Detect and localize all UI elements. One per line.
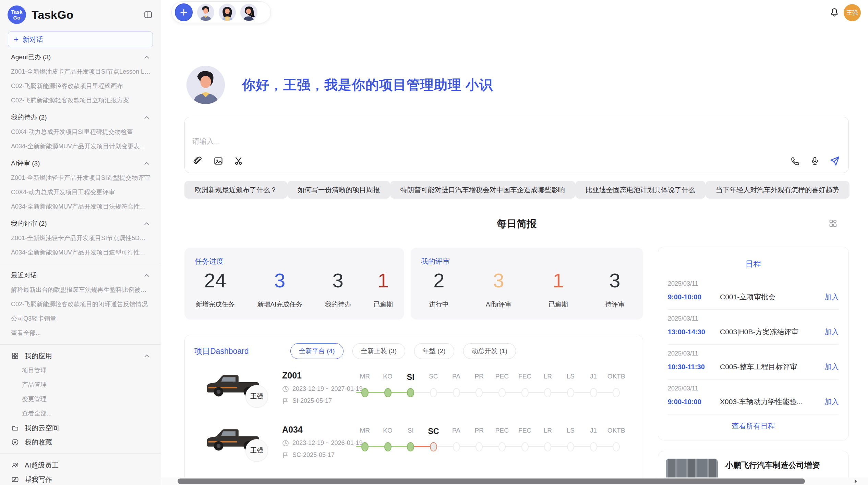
- stat-ai-pre-review: 3AI预评审: [486, 269, 511, 309]
- schedule-item: 2025/03/11 9:00-10:00 C001-立项审批会 加入: [668, 275, 839, 310]
- voice-call-icon[interactable]: [789, 156, 800, 166]
- app-link-change-mgmt[interactable]: 变更管理: [0, 392, 161, 406]
- project-row-z001[interactable]: 王强 Z001 2023-12-19 ~ 2027-01-19 SI-2025-…: [185, 369, 643, 421]
- schedule-time: 13:00-14:30: [668, 328, 720, 336]
- milestone-timeline: MRKOSISCPAPRPECFECLRLSJ1OKTB: [353, 373, 628, 398]
- cloud-space-label: 我的云空间: [25, 423, 59, 433]
- task-item[interactable]: C02-飞腾新能源轻客改款项目里程碑画布: [0, 79, 161, 93]
- schedule-event-title: X003-车辆动力学性能验...: [720, 397, 824, 407]
- view-all-apps-link[interactable]: 查看全部...: [0, 406, 161, 421]
- app-logo: Task Go: [8, 5, 26, 24]
- join-meeting-link[interactable]: 加入: [824, 292, 839, 302]
- flag-icon: [282, 398, 289, 405]
- scrollbar-thumb[interactable]: [178, 478, 805, 484]
- my-review-stats: 2进行中 3AI预评审 1已逾期 3待评审: [411, 269, 643, 309]
- schedule-time: 9:00-10:00: [668, 398, 720, 406]
- view-all-chats-link[interactable]: 查看全部...: [0, 326, 161, 340]
- suggestion-chip[interactable]: 特朗普可能对进口汽车增税会对中国车企造成哪些影响: [390, 181, 575, 199]
- task-item[interactable]: A034-全新新能源MUV产品开发项目造型可行性评审: [0, 245, 161, 260]
- favorites-icon: [11, 438, 19, 446]
- people-icon: [11, 461, 19, 469]
- microphone-icon[interactable]: [809, 156, 820, 166]
- assistant-avatar: [186, 66, 225, 104]
- task-item[interactable]: Z001-全新燃油轻卡产品开发项目SI节点属性5D文件评审: [0, 231, 161, 245]
- scroll-right-arrow[interactable]: [853, 478, 858, 484]
- chevron-up-icon: [143, 114, 150, 121]
- suggestion-chip[interactable]: 欧洲新规最近颁布了什么？: [184, 181, 287, 199]
- chat-input[interactable]: [192, 136, 741, 153]
- task-item[interactable]: C0X4-动力总成开发项目SI里程碑提交物检查: [0, 125, 161, 139]
- task-item[interactable]: A034-全新新能源MUV产品开发项目法规符合性评审: [0, 199, 161, 214]
- sidebar-item-help-write[interactable]: 帮我写作: [0, 472, 161, 485]
- logo-text-top: Task: [11, 9, 22, 15]
- sidebar-item-my-apps[interactable]: 我的应用: [0, 349, 161, 363]
- group-recent-chats[interactable]: 最近对话: [0, 268, 161, 283]
- project-owner-badge: 王强: [245, 439, 268, 462]
- group-my-review[interactable]: 我的评审 (2): [0, 216, 161, 231]
- dashboard-title: 项目Dashboard: [194, 346, 290, 357]
- avatar-member-2[interactable]: [219, 4, 236, 21]
- recent-chat-item[interactable]: C02-飞腾新能源轻客改款项目的闭环通告反馈情况: [0, 297, 161, 311]
- app-link-product-mgmt[interactable]: 产品管理: [0, 377, 161, 392]
- project-code: A034: [282, 425, 363, 435]
- notification-bell-icon[interactable]: [829, 7, 840, 18]
- recent-chat-item[interactable]: 公司Q3轻卡销量: [0, 311, 161, 326]
- project-info: A034 2023-12-19 ~ 2026-01-19 SC-2025-05-…: [282, 425, 363, 459]
- filter-tab-year-model[interactable]: 年型 (2): [414, 343, 454, 359]
- suggestion-chip[interactable]: 如何写一份清晰的项目周报: [287, 181, 390, 199]
- dashboard-filter-tabs: 全新平台 (4) 全新上装 (3) 年型 (2) 动总开发 (1): [290, 343, 516, 359]
- my-review-card: 我的评审 2进行中 3AI预评审 1已逾期 3待评审: [411, 248, 643, 320]
- view-all-schedule-link[interactable]: 查看所有日程: [668, 414, 839, 438]
- join-meeting-link[interactable]: 加入: [824, 327, 839, 337]
- my-review-title: 我的评审: [421, 257, 450, 266]
- join-meeting-link[interactable]: 加入: [824, 397, 839, 407]
- task-item[interactable]: C0X4-动力总成开发项目工程变更评审: [0, 185, 161, 199]
- join-meeting-link[interactable]: 加入: [824, 362, 839, 372]
- new-chat-button[interactable]: + 新对话: [8, 32, 153, 47]
- schedule-item: 2025/03/11 13:00-14:30 C003|H0B-方案冻结评审 加…: [668, 310, 839, 345]
- app-link-project-mgmt[interactable]: 项目管理: [0, 363, 161, 377]
- clock-icon: [282, 440, 289, 447]
- sidebar-item-cloud-space[interactable]: 我的云空间: [0, 421, 161, 435]
- chevron-up-icon: [143, 352, 150, 360]
- avatar-member-3[interactable]: [240, 4, 257, 21]
- add-member-button[interactable]: [175, 3, 193, 21]
- scissors-icon[interactable]: [233, 156, 244, 166]
- briefing-title: 每日简报: [184, 217, 849, 231]
- horizontal-scrollbar: [161, 477, 868, 485]
- stat-new-ai-done: 3新增AI完成任务: [257, 269, 302, 309]
- clock-icon: [282, 386, 289, 393]
- image-upload-icon[interactable]: [213, 156, 224, 166]
- group-ai-review[interactable]: AI评审 (3): [0, 156, 161, 171]
- group-my-todo[interactable]: 我的待办 (2): [0, 110, 161, 125]
- group-title: AI评审 (3): [11, 159, 40, 168]
- recent-chat-item[interactable]: 解释最新出台的欧盟报废车法规再生塑料比例被调至15%...: [0, 283, 161, 297]
- topbar-avatar-group: [171, 1, 271, 23]
- schedule-date: 2025/03/11: [668, 385, 839, 392]
- sidebar-item-ai-staff[interactable]: AI超级员工: [0, 458, 161, 472]
- task-item[interactable]: A034-全新新能源MUV产品开发项目计划变更表编写: [0, 139, 161, 153]
- project-date-range: 2023-12-19 ~ 2026-01-19: [292, 439, 363, 447]
- task-item[interactable]: C02-飞腾新能源轻客改款项目立项汇报方案: [0, 93, 161, 108]
- current-user-avatar[interactable]: 王强: [844, 4, 861, 21]
- project-row-a034[interactable]: 王强 A034 2023-12-19 ~ 2026-01-19 SC-2025-…: [185, 423, 643, 475]
- filter-tab-powertrain[interactable]: 动总开发 (1): [463, 343, 516, 359]
- sidebar-collapse-icon[interactable]: [143, 10, 153, 20]
- suggestion-chip[interactable]: 比亚迪全固态电池计划具体说了什么: [575, 181, 706, 199]
- suggestion-chip[interactable]: 当下年轻人对汽车外观有怎样的喜好趋势: [706, 181, 849, 199]
- filter-tab-new-body[interactable]: 全新上装 (3): [352, 343, 406, 359]
- task-item[interactable]: Z001-全新燃油轻卡产品开发项目SI造型提交物评审: [0, 171, 161, 185]
- send-icon[interactable]: [829, 156, 840, 166]
- stat-pending-review: 3待评审: [605, 269, 625, 309]
- group-agent-done[interactable]: Agent已办 (3): [0, 50, 161, 64]
- attachment-icon[interactable]: [192, 156, 203, 166]
- taskgo-app: Task Go TaskGo + 新对话 Agent已办 (3) Z001-全新…: [0, 0, 868, 485]
- sidebar-item-favorites[interactable]: 我的收藏: [0, 435, 161, 449]
- group-title: 最近对话: [11, 271, 37, 280]
- filter-tab-new-platform[interactable]: 全新平台 (4): [290, 343, 343, 359]
- stat-review-overdue: 1已逾期: [548, 269, 568, 309]
- task-item[interactable]: Z001-全新燃油皮卡产品开发项目SI节点Lesson Learn报告: [0, 64, 161, 79]
- avatar-member-1[interactable]: [197, 4, 214, 21]
- input-tools-left: [192, 156, 244, 166]
- briefing-layout-icon[interactable]: [828, 219, 838, 228]
